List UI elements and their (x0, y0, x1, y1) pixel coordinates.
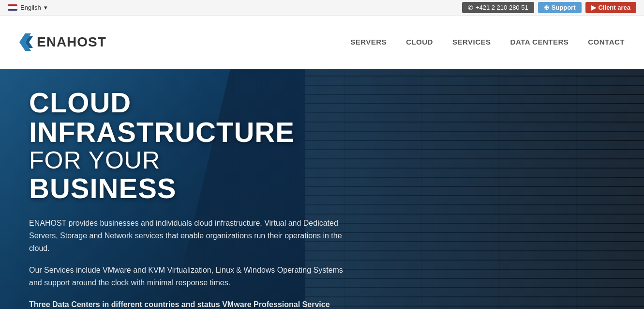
nav-link-contact[interactable]: CONTACT (588, 38, 625, 46)
support-label: Support (552, 4, 576, 11)
nav-item-servers[interactable]: SERVERS (350, 38, 387, 46)
lang-chevron: ▾ (44, 4, 47, 11)
phone-icon: ✆ (468, 4, 473, 11)
nav-item-services[interactable]: SERVICES (452, 38, 491, 46)
nav-item-cloud[interactable]: CLOUD (406, 38, 433, 46)
support-button[interactable]: ⊕ Support (538, 2, 582, 13)
hero-section: CLOUD INFRASTRUCTURE FOR YOUR BUSINESS E… (0, 69, 644, 309)
nav-link-cloud[interactable]: CLOUD (406, 38, 433, 46)
nav-link-servers[interactable]: SERVERS (350, 38, 387, 46)
client-label: Client area (599, 4, 630, 11)
navbar: ENAHOST SERVERS CLOUD SERVICES DATA CENT… (0, 15, 644, 69)
hero-title-line1: CLOUD INFRASTRUCTURE (29, 88, 348, 147)
nav-link-data-centers[interactable]: DATA CENTERS (510, 38, 569, 46)
nav-link-services[interactable]: SERVICES (452, 38, 491, 46)
nav-item-contact[interactable]: CONTACT (588, 38, 625, 46)
logo-icon (19, 33, 34, 51)
support-icon: ⊕ (544, 4, 549, 11)
logo[interactable]: ENAHOST (19, 33, 106, 51)
hero-description-1: ENAHOST provides businesses and individu… (29, 217, 348, 255)
hero-description-3: Three Data Centers in different countrie… (29, 298, 348, 309)
hero-title-line2: FOR YOUR (29, 147, 348, 174)
top-bar-actions: ✆ +421 2 210 280 51 ⊕ Support ▶ Client a… (462, 2, 636, 13)
hero-description-2: Our Services include VMware and KVM Virt… (29, 264, 348, 290)
top-bar: English ▾ ✆ +421 2 210 280 51 ⊕ Support … (0, 0, 644, 15)
hero-title-line3: BUSINESS (29, 174, 348, 203)
nav-links: SERVERS CLOUD SERVICES DATA CENTERS CONT… (350, 38, 625, 46)
phone-text: +421 2 210 280 51 (476, 4, 528, 11)
client-icon: ▶ (591, 4, 596, 11)
flag-icon (8, 4, 17, 11)
language-selector[interactable]: English ▾ (8, 4, 47, 11)
nav-item-data-centers[interactable]: DATA CENTERS (510, 38, 569, 46)
hero-desc3-bold: Three Data Centers in different countrie… (29, 300, 330, 309)
hero-content: CLOUD INFRASTRUCTURE FOR YOUR BUSINESS E… (0, 69, 377, 309)
client-area-button[interactable]: ▶ Client area (585, 2, 636, 13)
phone-number: ✆ +421 2 210 280 51 (462, 2, 534, 13)
hero-title: CLOUD INFRASTRUCTURE FOR YOUR BUSINESS (29, 88, 348, 203)
lang-label: English (20, 4, 41, 11)
logo-text: ENAHOST (37, 34, 106, 50)
